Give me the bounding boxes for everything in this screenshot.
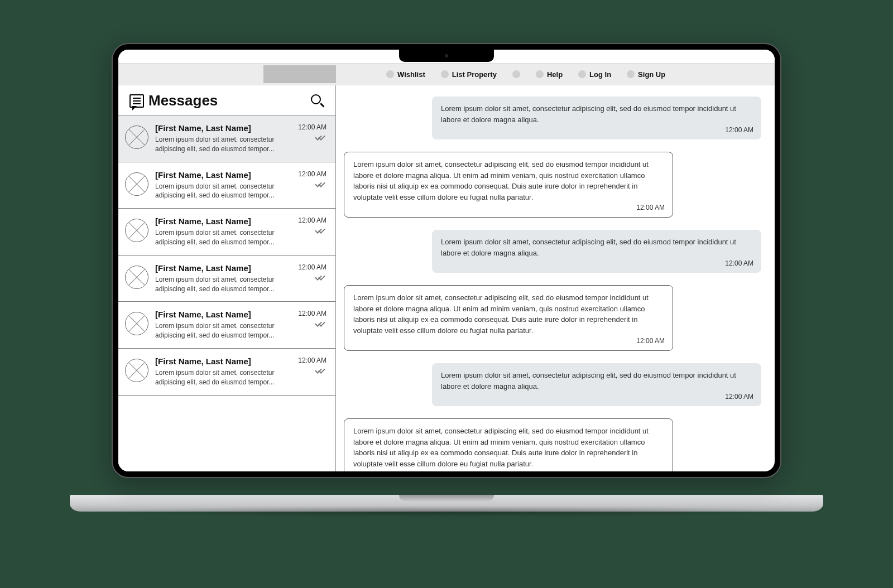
app-root: Wishlist List Property Help: [118, 50, 775, 471]
nav-help[interactable]: Help: [536, 70, 563, 79]
nav-list-property-label: List Property: [452, 70, 497, 79]
message-body: Lorem ipsum dolor sit amet, consectetur …: [353, 160, 649, 201]
navbar: Wishlist List Property Help: [118, 63, 775, 85]
thread-right: 12:00 AM: [287, 170, 327, 188]
thread-name: [First Name, Last Name]: [155, 170, 281, 180]
nav-wishlist-label: Wishlist: [397, 70, 425, 79]
thread-right: 12:00 AM: [287, 216, 327, 234]
laptop-frame: Wishlist List Property Help: [70, 43, 823, 545]
thread-right: 12:00 AM: [287, 123, 327, 141]
message-outgoing: Lorem ipsum dolor sit amet, consectetur …: [344, 418, 673, 471]
thread-preview: Lorem ipsum dolor sit amet, consectetur …: [155, 321, 281, 340]
laptop-notch: [399, 50, 494, 62]
camera-icon: [445, 54, 448, 57]
nav-help-label: Help: [547, 70, 563, 79]
thread-preview: Lorem ipsum dolor sit amet, consectetur …: [155, 135, 281, 154]
dot-icon: [512, 70, 520, 78]
thread-right: 12:00 AM: [287, 356, 327, 374]
thread-preview: Lorem ipsum dolor sit amet, consectetur …: [155, 275, 281, 294]
dot-icon: [441, 70, 449, 78]
search-icon[interactable]: [311, 94, 324, 108]
avatar-placeholder-icon: [125, 312, 148, 335]
thread-mid: [First Name, Last Name]Lorem ipsum dolor…: [155, 356, 281, 387]
avatar-placeholder-icon: [125, 219, 148, 242]
message-time: 12:00 AM: [725, 392, 753, 402]
thread-item[interactable]: [First Name, Last Name]Lorem ipsum dolor…: [118, 256, 335, 302]
message-incoming: Lorem ipsum dolor sit amet, consectetur …: [432, 363, 761, 406]
message-time: 12:00 AM: [636, 203, 665, 213]
thread-time: 12:00 AM: [298, 216, 327, 224]
message-body: Lorem ipsum dolor sit amet, consectetur …: [441, 371, 736, 391]
nav-sign-up-label: Sign Up: [638, 70, 665, 79]
thread-item[interactable]: [First Name, Last Name]Lorem ipsum dolor…: [118, 302, 335, 349]
thread-mid: [First Name, Last Name]Lorem ipsum dolor…: [155, 170, 281, 201]
nav-log-in-label: Log In: [589, 70, 611, 79]
laptop-body: Wishlist List Property Help: [112, 43, 781, 478]
thread-name: [First Name, Last Name]: [155, 216, 281, 226]
conversation-pane[interactable]: Lorem ipsum dolor sit amet, consectetur …: [336, 85, 775, 471]
dot-icon: [536, 70, 544, 78]
read-receipt-icon: [315, 321, 327, 327]
thread-mid: [First Name, Last Name]Lorem ipsum dolor…: [155, 123, 281, 154]
nav-list-property[interactable]: List Property: [441, 70, 497, 79]
avatar-placeholder-icon: [125, 266, 148, 289]
message-incoming: Lorem ipsum dolor sit amet, consectetur …: [432, 230, 761, 273]
messages-icon: [129, 94, 144, 108]
read-receipt-icon: [315, 134, 327, 141]
thread-time: 12:00 AM: [298, 310, 327, 317]
thread-right: 12:00 AM: [287, 310, 327, 327]
main-split: Messages [First Name, Last Name]Lorem ip…: [118, 85, 775, 471]
message-time: 12:00 AM: [725, 258, 753, 268]
read-receipt-icon: [315, 228, 327, 234]
message-outgoing: Lorem ipsum dolor sit amet, consectetur …: [344, 285, 673, 351]
message-body: Lorem ipsum dolor sit amet, consectetur …: [441, 104, 736, 124]
thread-item[interactable]: [First Name, Last Name]Lorem ipsum dolor…: [118, 209, 335, 256]
avatar-placeholder-icon: [125, 359, 148, 382]
message-body: Lorem ipsum dolor sit amet, consectetur …: [353, 293, 649, 335]
thread-mid: [First Name, Last Name]Lorem ipsum dolor…: [155, 263, 281, 294]
brand-placeholder: [263, 65, 336, 83]
thread-time: 12:00 AM: [298, 170, 327, 178]
dot-icon: [386, 70, 394, 78]
sidebar: Messages [First Name, Last Name]Lorem ip…: [118, 85, 336, 471]
thread-right: 12:00 AM: [287, 263, 327, 281]
message-time: 12:00 AM: [725, 125, 753, 135]
dot-icon: [627, 70, 635, 78]
sidebar-title: Messages: [129, 92, 218, 109]
thread-name: [First Name, Last Name]: [155, 356, 281, 366]
thread-item[interactable]: [First Name, Last Name]Lorem ipsum dolor…: [118, 162, 335, 209]
message-outgoing: Lorem ipsum dolor sit amet, consectetur …: [344, 152, 673, 218]
dot-icon: [578, 70, 586, 78]
nav-log-in[interactable]: Log In: [578, 70, 611, 79]
thread-preview: Lorem ipsum dolor sit amet, consectetur …: [155, 368, 281, 387]
thread-time: 12:00 AM: [298, 263, 327, 271]
read-receipt-icon: [315, 274, 327, 281]
read-receipt-icon: [315, 181, 327, 188]
nav-sign-up[interactable]: Sign Up: [627, 70, 665, 79]
message-body: Lorem ipsum dolor sit amet, consectetur …: [353, 427, 649, 468]
message-time: 12:00 AM: [636, 336, 665, 346]
laptop-screen: Wishlist List Property Help: [118, 50, 775, 471]
thread-list[interactable]: [First Name, Last Name]Lorem ipsum dolor…: [118, 115, 335, 471]
thread-time: 12:00 AM: [298, 356, 327, 364]
thread-name: [First Name, Last Name]: [155, 263, 281, 273]
sidebar-title-text: Messages: [148, 92, 218, 109]
avatar-placeholder-icon: [125, 126, 148, 149]
thread-mid: [First Name, Last Name]Lorem ipsum dolor…: [155, 310, 281, 340]
thread-name: [First Name, Last Name]: [155, 310, 281, 319]
thread-item[interactable]: [First Name, Last Name]Lorem ipsum dolor…: [118, 115, 335, 162]
laptop-base: [70, 495, 823, 512]
nav-items: Wishlist List Property Help: [386, 70, 665, 79]
read-receipt-icon: [315, 368, 327, 374]
message-body: Lorem ipsum dolor sit amet, consectetur …: [441, 238, 736, 257]
thread-preview: Lorem ipsum dolor sit amet, consectetur …: [155, 182, 281, 201]
message-time: 12:00 AM: [636, 469, 665, 471]
sidebar-header: Messages: [118, 85, 335, 115]
message-incoming: Lorem ipsum dolor sit amet, consectetur …: [432, 97, 761, 139]
thread-item[interactable]: [First Name, Last Name]Lorem ipsum dolor…: [118, 349, 335, 396]
thread-mid: [First Name, Last Name]Lorem ipsum dolor…: [155, 216, 281, 247]
avatar-placeholder-icon: [125, 172, 148, 196]
thread-preview: Lorem ipsum dolor sit amet, consectetur …: [155, 228, 281, 247]
nav-wishlist[interactable]: Wishlist: [386, 70, 425, 79]
thread-time: 12:00 AM: [298, 123, 327, 131]
